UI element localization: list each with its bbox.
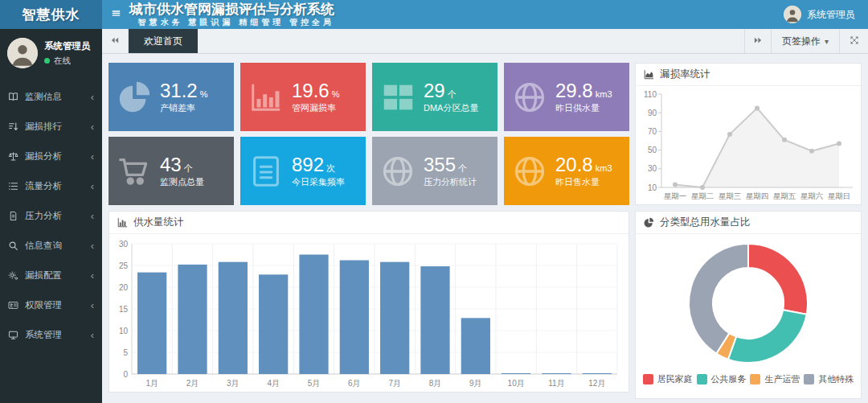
user-menu[interactable]: 系统管理员: [784, 0, 868, 29]
sidebar-item-system-mgmt[interactable]: 系统管理‹: [0, 320, 102, 350]
legend-item-0[interactable]: 居民家庭: [643, 373, 693, 385]
legend-label: 居民家庭: [657, 373, 693, 385]
sidebar-item-leak-config[interactable]: 漏损配置‹: [0, 261, 102, 290]
tab-bar: 欢迎首页 页签操作 ▾: [102, 29, 868, 54]
app-title: 城市供水管网漏损评估与分析系统: [129, 2, 334, 17]
chevron-left-icon: ‹: [91, 92, 94, 102]
sidebar-item-label: 权限管理: [25, 299, 62, 311]
chevron-left-icon: ‹: [91, 241, 94, 251]
sidebar-item-leak-ranking[interactable]: 漏损排行‹: [0, 112, 102, 142]
sidebar-user-panel: 系统管理员 在线: [0, 29, 102, 76]
id-card-icon: [8, 300, 18, 310]
stat-card-label: 昨日供水量: [555, 102, 612, 114]
sidebar-item-label: 信息查询: [25, 240, 62, 252]
stat-card-value: 29: [424, 80, 445, 101]
svg-text:10月: 10月: [508, 379, 525, 388]
file-icon: [8, 211, 18, 221]
app-logo[interactable]: 智慧供水: [0, 0, 102, 29]
app-title-block: 城市供水管网漏损评估与分析系统 智慧水务 慧眼识漏 精细管理 管控全局: [129, 0, 334, 29]
globe-icon: [372, 153, 424, 190]
cart-icon: [108, 153, 160, 190]
tabs-scroll-left-button[interactable]: [102, 29, 129, 53]
balance-icon: [8, 151, 18, 162]
legend-label: 其他特殊: [818, 373, 854, 385]
pie-chart-sm-icon: [644, 217, 654, 228]
water-supply-panel-title: 供水量统计: [133, 216, 184, 229]
pie-chart-icon: [108, 79, 160, 116]
usage-share-panel-header: 分类型总用水量占比: [636, 212, 861, 234]
stat-card-unit: km3: [596, 89, 612, 99]
sidebar-menu: 监测信息‹漏损排行‹漏损分析‹流量分析‹压力分析‹信息查询‹漏损配置‹权限管理‹…: [0, 82, 102, 350]
legend-item-1[interactable]: 公共服务: [697, 373, 747, 385]
sidebar-user-name: 系统管理员: [44, 40, 91, 52]
svg-text:星期三: 星期三: [719, 191, 742, 200]
stat-card-value: 355: [424, 154, 456, 175]
header-user-name: 系统管理员: [807, 8, 855, 22]
svg-text:10: 10: [648, 183, 657, 192]
expand-icon: [850, 34, 859, 48]
svg-text:星期六: 星期六: [800, 191, 824, 200]
stat-card-pipe-leak-rate[interactable]: 19.6%管网漏损率: [240, 63, 366, 131]
svg-text:30: 30: [648, 164, 657, 173]
stat-card-value: 43: [160, 154, 182, 175]
globe-icon: [504, 79, 555, 116]
online-status-dot: [44, 58, 50, 64]
sidebar-item-label: 流量分析: [25, 180, 62, 192]
svg-text:110: 110: [644, 90, 657, 99]
legend-swatch: [804, 374, 814, 384]
stat-card-value: 19.6: [292, 80, 330, 101]
fullscreen-button[interactable]: [839, 29, 868, 53]
svg-text:星期二: 星期二: [691, 191, 714, 200]
sidebar-item-leak-analysis[interactable]: 漏损分析‹: [0, 142, 102, 171]
leak-rate-line-chart: 1030507090110星期一星期二星期三星期四星期五星期六星期日: [636, 86, 861, 204]
stat-card-today-collect-freq[interactable]: 892次今日采集频率: [240, 137, 366, 205]
legend-item-3[interactable]: 其他特殊: [804, 373, 854, 385]
chevron-left-icon: ‹: [91, 121, 94, 132]
sidebar-item-label: 压力分析: [25, 210, 62, 222]
bar-chart-sm-icon: [117, 217, 128, 228]
backward-icon: [110, 34, 120, 48]
sidebar-item-label: 漏损配置: [25, 269, 62, 282]
tab-actions-dropdown[interactable]: 页签操作 ▾: [771, 29, 839, 53]
chevron-left-icon: ‹: [91, 270, 94, 281]
sidebar-avatar[interactable]: [7, 38, 38, 68]
globe-icon: [504, 153, 555, 190]
legend-swatch: [643, 374, 653, 384]
svg-text:星期日: 星期日: [828, 191, 851, 200]
leak-rate-panel: 漏损率统计 1030507090110星期一星期二星期三星期四星期五星期六星期日: [635, 63, 862, 205]
stat-card-unit: %: [332, 89, 340, 99]
water-supply-panel: 供水量统计 0510152025301月2月3月4月5月6月7月8月9月10月1…: [108, 211, 629, 393]
stat-card-nrw-rate[interactable]: 31.2%产销差率: [108, 63, 234, 131]
stat-cards-grid: 31.2%产销差率19.6%管网漏损率29个DMA分区总量29.8km3昨日供水…: [108, 63, 629, 205]
chevron-left-icon: ‹: [91, 211, 94, 221]
sidebar-item-permission-mgmt[interactable]: 权限管理‹: [0, 290, 102, 320]
stat-card-monitor-points[interactable]: 43个监测点总量: [108, 137, 234, 205]
sidebar-item-monitor-info[interactable]: 监测信息‹: [0, 82, 102, 112]
windows-icon: [372, 79, 424, 116]
water-supply-panel-header: 供水量统计: [109, 212, 628, 234]
sidebar-item-info-query[interactable]: 信息查询‹: [0, 231, 102, 261]
file-text-icon: [240, 153, 292, 190]
sidebar-toggle-button[interactable]: [102, 0, 129, 29]
tabs-scroll-right-button[interactable]: [744, 29, 771, 53]
svg-text:8月: 8月: [429, 379, 442, 388]
leak-rate-panel-title: 漏损率统计: [660, 68, 710, 81]
svg-text:30: 30: [119, 240, 129, 249]
svg-text:10: 10: [119, 327, 129, 335]
stat-card-yesterday-sales[interactable]: 20.8km3昨日售水量: [504, 137, 629, 205]
sort-icon: [8, 121, 18, 132]
stat-card-yesterday-supply[interactable]: 29.8km3昨日供水量: [504, 63, 629, 131]
sidebar-item-flow-analysis[interactable]: 流量分析‹: [0, 171, 102, 201]
stat-card-pressure-stats[interactable]: 355个压力分析统计: [372, 137, 497, 205]
stat-card-unit: %: [200, 89, 208, 99]
bar-chart-icon: [240, 79, 292, 116]
stat-card-unit: km3: [596, 163, 612, 173]
tab-welcome-home[interactable]: 欢迎首页: [129, 29, 198, 53]
svg-text:星期四: 星期四: [746, 191, 769, 200]
stat-card-label: 昨日售水量: [555, 176, 612, 188]
app-subtitle: 智慧水务 慧眼识漏 精细管理 管控全局: [129, 17, 334, 27]
sidebar-item-pressure-analysis[interactable]: 压力分析‹: [0, 201, 102, 231]
svg-text:20: 20: [119, 283, 129, 292]
stat-card-dma-zones[interactable]: 29个DMA分区总量: [372, 63, 497, 131]
legend-item-2[interactable]: 生产运营: [750, 373, 800, 385]
